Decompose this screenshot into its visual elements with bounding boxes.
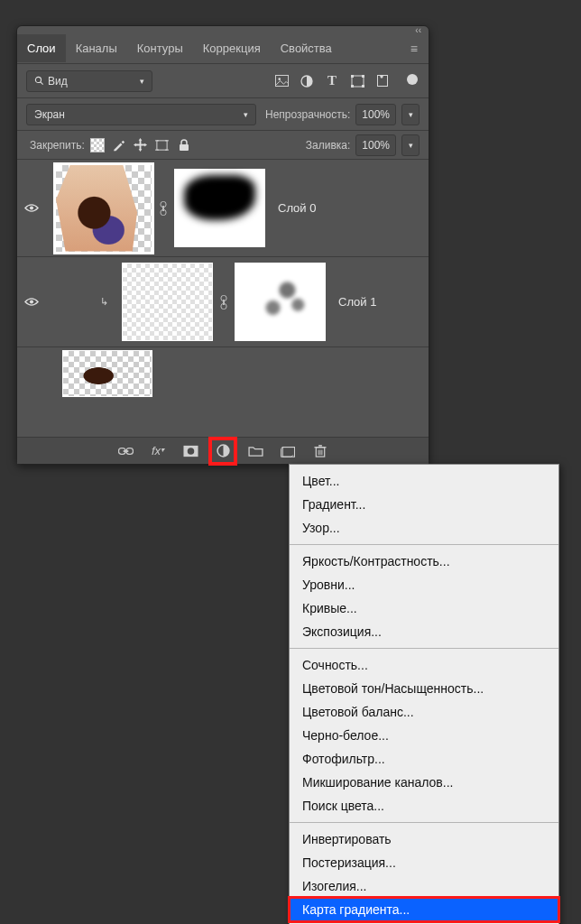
layer-row[interactable]: ↳ Слой 1 <box>17 257 429 347</box>
panel-menu-icon[interactable]: ≡ <box>410 42 418 56</box>
filter-type-icon[interactable]: T <box>324 73 340 89</box>
add-mask-icon[interactable] <box>181 442 199 460</box>
chevron-down-icon: ▾ <box>244 110 248 119</box>
opacity-value[interactable]: 100% <box>355 104 396 125</box>
lock-all-icon[interactable] <box>177 138 191 152</box>
visibility-icon[interactable] <box>24 297 44 307</box>
layer-row[interactable] <box>17 347 429 400</box>
layer-mask-thumbnail[interactable] <box>174 169 265 247</box>
panel-tabs: Слои Каналы Контуры Коррекция Свойства ≡ <box>17 33 429 64</box>
menu-item-pattern[interactable]: Узор... <box>290 516 558 540</box>
lock-transparency-icon[interactable] <box>90 138 105 152</box>
tab-paths[interactable]: Контуры <box>127 34 193 62</box>
filter-image-icon[interactable] <box>273 73 290 89</box>
menu-item-levels[interactable]: Уровни... <box>290 573 558 596</box>
chevron-down-icon: ▾ <box>140 77 144 86</box>
menu-item-gradient-map[interactable]: Карта градиента... <box>290 898 558 921</box>
filter-toggle[interactable] <box>407 74 418 85</box>
svg-point-30 <box>217 445 229 457</box>
svg-rect-8 <box>351 85 354 88</box>
svg-point-3 <box>278 78 281 80</box>
layer-name[interactable]: Слой 1 <box>338 295 376 309</box>
new-layer-icon[interactable] <box>279 442 297 460</box>
tab-properties[interactable]: Свойства <box>271 34 342 62</box>
tab-layers[interactable]: Слои <box>17 34 66 62</box>
delete-layer-icon[interactable] <box>311 442 329 460</box>
menu-item-hue-saturation[interactable]: Цветовой тон/Насыщенность... <box>290 677 558 700</box>
new-adjustment-layer-icon[interactable] <box>214 442 232 460</box>
fill-dropdown[interactable]: ▾ <box>401 134 420 156</box>
lock-move-icon[interactable] <box>134 138 148 152</box>
menu-item-invert[interactable]: Инвертировать <box>290 827 558 851</box>
menu-item-color[interactable]: Цвет... <box>290 469 558 493</box>
menu-item-curves[interactable]: Кривые... <box>290 596 558 620</box>
blend-mode-select[interactable]: Экран ▾ <box>26 104 256 125</box>
menu-item-posterize[interactable]: Постеризация... <box>290 851 558 874</box>
lock-artboard-icon[interactable] <box>155 138 170 152</box>
link-layers-icon[interactable] <box>116 442 134 460</box>
layer-thumbnail[interactable] <box>55 164 152 253</box>
tab-channels[interactable]: Каналы <box>66 34 127 62</box>
menu-item-black-white[interactable]: Черно-белое... <box>290 724 558 747</box>
opacity-label: Непрозрачность: <box>265 108 350 121</box>
menu-item-threshold[interactable]: Изогелия... <box>290 874 558 898</box>
menu-item-color-lookup[interactable]: Поиск цвета... <box>290 794 558 818</box>
layer-name[interactable]: Слой 0 <box>278 201 316 215</box>
svg-point-21 <box>30 300 33 303</box>
link-icon[interactable] <box>213 295 235 310</box>
svg-rect-16 <box>180 144 189 151</box>
layer-thumbnail[interactable] <box>62 350 152 397</box>
svg-line-1 <box>41 82 43 85</box>
svg-rect-11 <box>157 140 167 149</box>
menu-item-channel-mixer[interactable]: Микширование каналов... <box>290 771 558 794</box>
menu-item-brightness-contrast[interactable]: Яркость/Контрастность... <box>290 550 558 573</box>
layer-kind-select[interactable]: Вид ▾ <box>26 70 152 92</box>
menu-item-photo-filter[interactable]: Фотофильтр... <box>290 747 558 771</box>
link-icon[interactable] <box>152 201 174 216</box>
tab-adjustments[interactable]: Коррекция <box>193 34 271 62</box>
fill-value[interactable]: 100% <box>355 134 396 156</box>
layer-mask-thumbnail[interactable] <box>235 263 326 341</box>
svg-point-17 <box>30 206 33 209</box>
svg-point-0 <box>35 77 41 82</box>
blend-row: Экран ▾ Непрозрачность: 100% ▾ <box>17 98 429 131</box>
visibility-icon[interactable] <box>24 203 44 213</box>
filter-shape-icon[interactable] <box>349 73 365 89</box>
filter-adjust-icon[interactable] <box>299 73 315 89</box>
layers-panel: ‹‹ Слои Каналы Контуры Коррекция Свойств… <box>16 25 429 465</box>
filter-smart-icon[interactable] <box>374 73 391 89</box>
layers-footer: fx▾ <box>17 437 429 464</box>
layer-thumbnail[interactable] <box>122 263 213 341</box>
panel-collapse-icon[interactable]: ‹‹ <box>17 26 429 33</box>
svg-rect-7 <box>362 75 364 78</box>
layers-list: Слой 0 ↳ Слой 1 <box>17 160 429 437</box>
clip-indicator-icon: ↳ <box>100 296 116 308</box>
fill-label: Заливка: <box>306 139 351 152</box>
svg-point-29 <box>187 448 194 455</box>
opacity-dropdown[interactable]: ▾ <box>401 104 420 125</box>
svg-rect-2 <box>275 75 288 86</box>
lock-label: Закрепить: <box>30 139 85 152</box>
lock-row: Закрепить: Заливка: 100% ▾ <box>17 131 429 160</box>
layer-filter-bar: Вид ▾ T <box>17 64 429 98</box>
menu-item-color-balance[interactable]: Цветовой баланс... <box>290 700 558 724</box>
new-group-icon[interactable] <box>246 442 264 460</box>
fx-icon[interactable]: fx▾ <box>149 442 167 460</box>
layer-row[interactable]: Слой 0 <box>17 160 429 257</box>
search-icon <box>34 76 44 86</box>
menu-item-exposure[interactable]: Экспозиция... <box>290 620 558 643</box>
adjustment-layer-menu: Цвет... Градиент... Узор... Яркость/Конт… <box>289 464 559 924</box>
blend-mode-value: Экран <box>34 108 65 121</box>
menu-item-gradient[interactable]: Градиент... <box>290 493 558 516</box>
svg-rect-9 <box>362 85 364 88</box>
menu-item-vibrance[interactable]: Сочность... <box>290 653 558 677</box>
kind-label: Вид <box>48 75 68 88</box>
svg-rect-6 <box>351 75 354 78</box>
lock-paint-icon[interactable] <box>112 138 126 152</box>
